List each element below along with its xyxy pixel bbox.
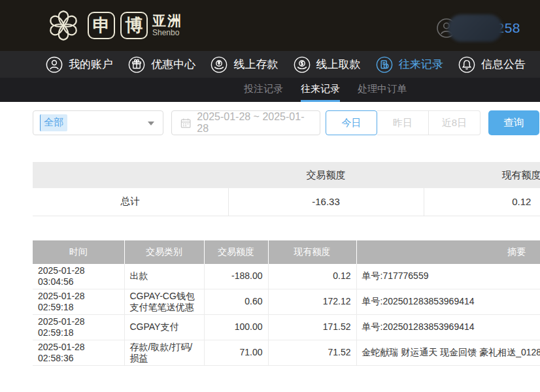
records-cell-type: CGPAY-CG钱包支付笔笔送优惠 [124,289,204,314]
summary-col-balance: 现有额度 [424,162,540,188]
records-column-header: 现有额度 [268,240,356,264]
summary-table: 交易额度 现有额度 总计 -16.33 0.12 [33,162,540,216]
records-row: 2025-01-28 02:59:18CGPAY-CG钱包支付笔笔送优惠0.60… [33,289,540,314]
records-cell-amount: 0.60 [204,289,268,314]
records-column-header: 摘要 [356,240,540,264]
records-column-header: 时间 [33,240,124,264]
tab-betting-records[interactable]: 投注记录 [244,78,283,102]
records-icon [376,56,393,73]
nav-label: 我的账户 [69,57,113,72]
nav-label: 线上取款 [316,57,361,72]
nav-label: 优惠中心 [151,57,195,72]
records-header-row: 时间交易类别交易额度现有额度摘要 [33,240,540,264]
logo-char-shen: 申 [88,12,115,39]
records-cell-type: CGPAY支付 [124,314,204,340]
date-range-input[interactable]: 2025-01-28 ~ 2025-01-28 [171,110,320,135]
sub-nav: 投注记录 往来记录 处理中订单 [0,78,540,102]
user-area[interactable]: 258 [436,14,520,42]
summary-row-label: 总计 [33,188,228,216]
nav-label: 线上存款 [233,57,278,72]
records-cell-summary: 单号:202501283853969414 [356,314,540,340]
records-cell-balance: 172.12 [268,289,356,314]
records-cell-summary: 单号:202501283853969414 [356,289,540,314]
bell-icon [458,56,475,73]
deposit-icon [211,56,228,73]
query-button[interactable]: 查询 [488,110,539,135]
records-cell-amount: 100.00 [204,314,268,340]
logo-char-bo: 博 [120,12,148,39]
nav-item-online-withdraw[interactable]: 线上取款 [294,56,361,73]
records-table: 时间交易类别交易额度现有额度摘要 2025-01-28 03:04:56出款-1… [33,240,540,366]
records-column-header: 交易额度 [204,240,268,264]
records-cell-amount: -188.00 [204,264,268,289]
tab-transaction-records[interactable]: 往来记录 [301,78,340,102]
summary-balance-total: 0.12 [424,188,540,216]
content-area: 全部 2025-01-28 ~ 2025-01-28 今日 昨日 [0,102,540,366]
records-cell-balance: 171.52 [268,314,356,340]
category-select[interactable]: 全部 [33,110,163,135]
brand-region-label: 亚洲 [152,14,182,28]
records-cell-type: 出款 [124,264,204,289]
records-column-header: 交易类别 [124,240,204,264]
flower-logo-icon [44,7,82,44]
quick-btn-today[interactable]: 今日 [326,110,377,135]
records-cell-summary: 单号:717776559 [356,264,540,289]
nav-label: 往来记录 [399,57,443,72]
app-header: 申 博 亚洲 Shenbo 258 [0,0,540,51]
records-cell-time: 2025-01-28 02:59:18 [33,289,124,314]
records-cell-balance: 71.52 [268,340,356,365]
tab-pending-orders[interactable]: 处理中订单 [358,78,407,102]
nav-item-promotions[interactable]: 优惠中心 [128,56,195,73]
brand-region-en-label: Shenbo [152,28,182,37]
quick-date-group: 今日 昨日 近8日 [326,110,481,135]
chevron-down-icon [148,122,154,125]
main-nav: 我的账户 优惠中心 线上存款 [0,51,540,78]
records-body: 2025-01-28 03:04:56出款-188.000.12单号:71777… [33,264,540,366]
records-cell-time: 2025-01-28 02:58:36 [33,340,124,365]
summary-col-empty [33,162,228,188]
records-cell-amount: 71.00 [204,340,268,365]
records-row: 2025-01-28 03:04:56出款-188.000.12单号:71777… [33,264,540,289]
category-selected-value: 全部 [40,114,67,131]
user-icon [46,56,63,73]
summary-total-row: 总计 -16.33 0.12 [33,188,540,216]
calendar-icon [180,118,191,129]
gift-icon [128,56,145,73]
nav-label: 信息公告 [481,57,526,72]
quick-btn-yesterday[interactable]: 昨日 [377,110,429,135]
nav-item-online-deposit[interactable]: 线上存款 [211,56,278,73]
records-cell-summary: 金蛇献瑞 财运通天 现金回馈 豪礼相送_0128 [356,340,540,365]
brand-logo: 申 博 亚洲 Shenbo [44,7,182,44]
withdraw-icon [294,56,311,73]
nav-item-my-account[interactable]: 我的账户 [46,56,113,73]
records-cell-type: 存款/取款/打码/损益 [124,340,204,365]
records-row: 2025-01-28 02:58:36存款/取款/打码/损益71.0071.52… [33,340,540,365]
records-cell-time: 2025-01-28 03:04:56 [33,264,124,289]
summary-col-transaction: 交易额度 [228,162,424,188]
summary-transaction-total: -16.33 [228,188,424,216]
records-row: 2025-01-28 02:59:18CGPAY支付100.00171.52单号… [33,314,540,340]
redacted-username [448,14,503,42]
records-cell-time: 2025-01-28 02:59:18 [33,314,124,340]
nav-item-transaction-records[interactable]: 往来记录 [376,56,443,73]
nav-item-announcements[interactable]: 信息公告 [458,56,526,73]
filter-bar: 全部 2025-01-28 ~ 2025-01-28 今日 昨日 [33,110,540,135]
date-range-value: 2025-01-28 ~ 2025-01-28 [197,111,311,135]
records-cell-balance: 0.12 [268,264,356,289]
quick-btn-last-8-days[interactable]: 近8日 [429,110,481,135]
